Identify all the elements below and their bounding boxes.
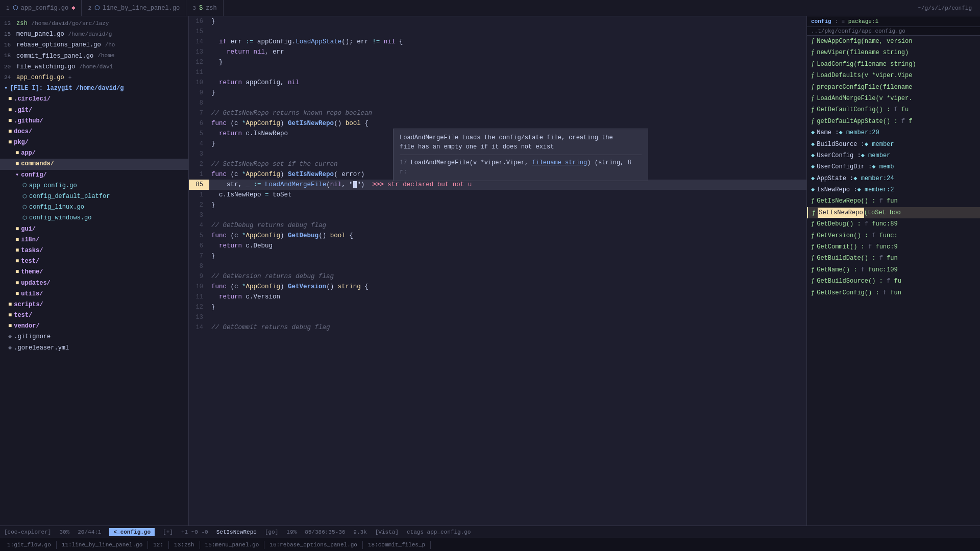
- outline-BuildSource[interactable]: ◆ BuildSource : ◆ member: [807, 139, 980, 150]
- diamond-icon-3: ◆: [811, 151, 815, 161]
- func-icon-4: ƒ: [811, 70, 815, 81]
- sidebar-file-20[interactable]: 20 file_watching.go /home/davi: [0, 62, 188, 72]
- sidebar-circleci[interactable]: ■ .circleci/: [0, 94, 188, 105]
- code-line-5b: 5 func (c *AppConfig) GetDebug() bool {: [189, 231, 806, 241]
- sidebar-gitignore[interactable]: ◆ .gitignore: [0, 332, 188, 342]
- sidebar-gui[interactable]: ■ gui/: [0, 224, 188, 235]
- status-explorer: [coc-explorer]: [4, 529, 51, 535]
- code-line-7: 7 // GetIsNewRepo returns known repo boo…: [189, 108, 806, 118]
- tab-1-num: 1: [6, 5, 10, 11]
- sidebar-utils[interactable]: ■ utils/: [0, 289, 188, 299]
- sidebar-config-linux[interactable]: ⬡ config_linux.go: [0, 202, 188, 213]
- diamond-icon-2: ◆: [811, 139, 815, 149]
- bottom-tab-4[interactable]: 13:zsh: [169, 541, 200, 549]
- sidebar-app[interactable]: ■ app/: [0, 148, 188, 159]
- bottom-tab-1[interactable]: 1:git_flow.go: [2, 541, 57, 549]
- outline-GetUserConfig[interactable]: ƒ GetUserConfig() : f fun: [807, 287, 980, 298]
- code-panel[interactable]: 16 } 15 14 if err := appConfig.LoadAppSt…: [189, 16, 806, 525]
- tab-2-icon: ⬡: [94, 4, 100, 12]
- tab-3[interactable]: 3 $ zsh: [186, 0, 223, 16]
- outline-AppState[interactable]: ◆ AppState : ◆ member:24: [807, 173, 980, 184]
- sidebar-header-label: [FILE I]: lazygit /home/david/g: [10, 84, 124, 93]
- bottom-tab-4-label: 13:zsh: [174, 542, 194, 548]
- sidebar-file-15[interactable]: 15 menu_panel.go /home/david/g: [0, 29, 188, 40]
- tab-3-label: zsh: [206, 5, 217, 12]
- outline-LoadAndMergeFile[interactable]: ƒ LoadAndMergeFile(v *viper.: [807, 93, 980, 104]
- tab-1-label: app_config.go: [21, 5, 69, 12]
- outline-prepareConfigFile[interactable]: ƒ prepareConfigFile(filename: [807, 82, 980, 93]
- sidebar-theme[interactable]: ■ theme/: [0, 267, 188, 278]
- code-line-4b: 4 // GetDebug returns debug flag: [189, 220, 806, 231]
- sidebar-tasks[interactable]: ■ tasks/: [0, 245, 188, 256]
- tab-1-icon: ⬡: [13, 4, 18, 12]
- outline-GetBuildDate[interactable]: ƒ GetBuildDate() : f fun: [807, 253, 980, 264]
- sidebar-config-caret: ▾: [15, 170, 19, 180]
- status-modified: [+]: [163, 529, 173, 535]
- code-line-6b: 6 return c.Debug: [189, 241, 806, 251]
- func-icon-5: ƒ: [811, 82, 815, 92]
- bottom-tab-2[interactable]: 11:line_by_line_panel.go: [57, 541, 148, 549]
- bottom-tab-5[interactable]: 15:menu_panel.go: [200, 541, 265, 549]
- sidebar-file-18[interactable]: 18 commit_files_panel.go /home: [0, 51, 188, 62]
- sidebar-updates[interactable]: ■ updates/: [0, 278, 188, 289]
- outline-GetVersion[interactable]: ƒ GetVersion() : f func:: [807, 230, 980, 241]
- outline-getDefaultAppState[interactable]: ƒ getDefaultAppState() : f f: [807, 116, 980, 127]
- code-line-13b: 13: [189, 312, 806, 322]
- sidebar-test[interactable]: ■ test/: [0, 310, 188, 321]
- tooltip-popup: LoadAndMergeFile Loads the config/state …: [393, 129, 648, 181]
- sidebar-file-24[interactable]: 24 app_config.go +: [0, 72, 188, 83]
- sidebar-test-pkg[interactable]: ■ test/: [0, 256, 188, 267]
- bottom-tab-6[interactable]: 16:rebase_options_panel.go: [264, 541, 363, 549]
- sidebar-pkg[interactable]: ■ pkg/: [0, 137, 188, 148]
- outline-NewAppConfig[interactable]: ƒ NewAppConfig(name, version: [807, 36, 980, 47]
- outline-IsNewRepo[interactable]: ◆ IsNewRepo : ◆ member:2: [807, 184, 980, 195]
- sidebar-commands[interactable]: ■ commands/: [0, 159, 188, 169]
- outline-package: package:1: [848, 18, 878, 24]
- outline-UserConfig[interactable]: ◆ UserConfig : ◆ member: [807, 150, 980, 161]
- sidebar-scripts[interactable]: ■ scripts/: [0, 299, 188, 310]
- outline-SetIsNewRepo[interactable]: ƒ SetIsNewRepo(toSet boo: [807, 207, 980, 218]
- sidebar-config[interactable]: ▾ config/: [0, 170, 188, 181]
- sidebar-goreleaser[interactable]: ◆ .goreleaser.yml: [0, 343, 188, 354]
- sidebar-docs[interactable]: ■ docs/: [0, 127, 188, 137]
- code-line-14b: 14 // GetCommit returns debug flag: [189, 322, 806, 333]
- bottom-tab-3[interactable]: 12:: [148, 541, 169, 549]
- outline-LoadDefaults[interactable]: ƒ LoadDefaults(v *viper.Vipe: [807, 70, 980, 81]
- code-line-9b: 9 // GetVersion returns debug flag: [189, 271, 806, 282]
- diamond-icon-1: ◆: [811, 128, 815, 138]
- code-line-5: 5 return c.IsNewRepo LoadAndMergeFile Lo…: [189, 129, 806, 139]
- tab-2-label: line_by_line_panel.go: [103, 5, 180, 12]
- outline-GetIsNewRepo[interactable]: ƒ GetIsNewRepo() : f fun: [807, 195, 980, 207]
- status-progress: 19%: [286, 529, 297, 535]
- sidebar-github[interactable]: ■ .github/: [0, 116, 188, 127]
- outline-GetCommit[interactable]: ƒ GetCommit() : f func:9: [807, 241, 980, 253]
- outline-GetDefaultConfig[interactable]: ƒ GetDefaultConfig() : f fu: [807, 104, 980, 115]
- outline-Name[interactable]: ◆ Name : ◆ member:20: [807, 127, 980, 138]
- bottom-tab-7[interactable]: 18:commit_files_p: [363, 541, 431, 549]
- sidebar-i18n[interactable]: ■ i18n/: [0, 235, 188, 245]
- outline-GetName[interactable]: ƒ GetName() : f func:109: [807, 264, 980, 276]
- sidebar-file-13[interactable]: 13 zsh /home/david/go/src/lazy: [0, 18, 188, 29]
- sidebar-config-windows[interactable]: ⬡ config_windows.go: [0, 213, 188, 223]
- sidebar-config-default[interactable]: ⬡ config_default_platfor: [0, 191, 188, 202]
- status-line-col: 85/386:35-36: [305, 529, 345, 535]
- outline-newViper[interactable]: ƒ newViper(filename string): [807, 47, 980, 58]
- dot-icon: ◆: [8, 332, 12, 342]
- outline-LoadConfig[interactable]: ƒ LoadConfig(filename string): [807, 59, 980, 70]
- code-line-12: 12 }: [189, 57, 806, 67]
- func-icon-9: ƒ: [811, 196, 815, 206]
- outline-UserConfigDir[interactable]: ◆ UserConfigDir : ◆ memb: [807, 161, 980, 172]
- right-path: ~/g/s/l/p/config: [918, 5, 972, 11]
- code-line-11: 11: [189, 67, 806, 78]
- func-icon-6: ƒ: [811, 93, 815, 104]
- outline-GetDebug[interactable]: ƒ GetDebug() : f func:89: [807, 218, 980, 230]
- outline-GetBuildSource[interactable]: ƒ GetBuildSource() : f fu: [807, 276, 980, 287]
- sidebar-vendor[interactable]: ■ vendor/: [0, 321, 188, 332]
- sidebar-file-16[interactable]: 16 rebase_options_panel.go /ho: [0, 40, 188, 51]
- tab-1-modified: ✱: [71, 4, 75, 12]
- sidebar-app-config[interactable]: ⬡ app_config.go: [0, 181, 188, 191]
- code-line-85: 85 str, _ := LoadAndMergeFile(nil, "|") …: [189, 180, 806, 190]
- sidebar-git[interactable]: ■ .git/: [0, 105, 188, 116]
- tab-1[interactable]: 1 ⬡ app_config.go ✱: [0, 0, 82, 16]
- tab-2[interactable]: 2 ⬡ line_by_line_panel.go: [82, 0, 186, 16]
